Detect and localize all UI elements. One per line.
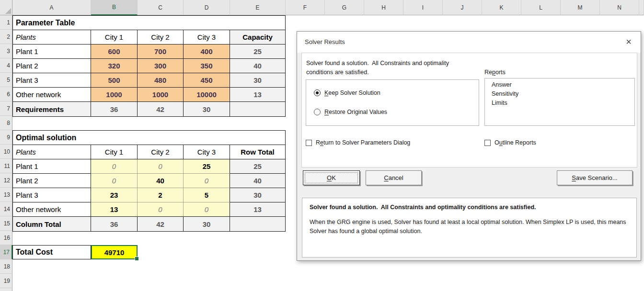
city3-header-cell[interactable]: City 3: [184, 30, 230, 45]
row-header-partial[interactable]: [0, 288, 12, 291]
column-total-cell[interactable]: 30: [184, 217, 230, 231]
column-header-n[interactable]: N: [600, 0, 639, 15]
solution-cell[interactable]: 0: [184, 174, 230, 188]
capacity-cell[interactable]: 30: [230, 73, 285, 88]
capacity-cell[interactable]: 13: [230, 88, 285, 102]
cost-cell[interactable]: 320: [91, 59, 138, 73]
reports-listbox[interactable]: Answer Sensitivity Limits: [484, 78, 635, 126]
checkbox-unchecked-icon[interactable]: [306, 140, 312, 146]
row-header-4[interactable]: 4: [0, 58, 12, 73]
parameter-table-title-cell[interactable]: Parameter Table: [13, 16, 285, 30]
capacity-header-cell[interactable]: Capacity: [230, 30, 285, 45]
cost-cell[interactable]: 1000: [91, 88, 138, 102]
solution-cell[interactable]: 40: [138, 174, 184, 188]
requirements-label-cell[interactable]: Requirements: [13, 102, 91, 116]
column-header-m[interactable]: M: [561, 0, 600, 15]
outline-reports-checkbox[interactable]: Outline Reports: [484, 139, 536, 146]
solution-cell[interactable]: 0: [138, 159, 184, 174]
row-header-15[interactable]: 15: [0, 216, 12, 231]
select-all-button[interactable]: [0, 0, 12, 15]
city2-header-cell[interactable]: City 2: [138, 30, 184, 45]
capacity-cell[interactable]: 25: [230, 45, 285, 59]
row-header-5[interactable]: 5: [0, 73, 12, 87]
row-header-14[interactable]: 14: [0, 202, 12, 216]
row-header-7[interactable]: 7: [0, 101, 12, 116]
solution-cell[interactable]: 0: [138, 202, 184, 217]
column-header-g[interactable]: G: [325, 0, 364, 15]
ok-button[interactable]: OK: [303, 170, 360, 185]
fill-handle[interactable]: [135, 257, 139, 261]
empty-cell[interactable]: [230, 217, 285, 231]
row-header-10[interactable]: 10: [0, 145, 12, 159]
row-header-8[interactable]: 8: [0, 116, 12, 130]
row-label-cell[interactable]: Plant 2: [13, 174, 91, 188]
row-header-17[interactable]: 17: [0, 245, 12, 259]
solution-cell[interactable]: 5: [184, 188, 230, 202]
row-label-cell[interactable]: Plant 3: [13, 73, 91, 88]
cost-cell[interactable]: 500: [91, 73, 138, 88]
requirement-cell[interactable]: 42: [138, 102, 184, 116]
capacity-cell[interactable]: 40: [230, 59, 285, 73]
city3-header-cell[interactable]: City 3: [184, 145, 230, 159]
save-scenario-button[interactable]: Save Scenario...: [557, 170, 632, 185]
optimal-table-title-cell[interactable]: Optimal solution: [13, 131, 285, 145]
row-header-6[interactable]: 6: [0, 87, 12, 101]
city1-header-cell[interactable]: City 1: [91, 30, 138, 45]
column-header-partial[interactable]: [639, 0, 644, 15]
row-total-cell[interactable]: 40: [230, 174, 285, 188]
row-label-cell[interactable]: Plant 1: [13, 159, 91, 174]
cost-cell[interactable]: 400: [184, 45, 230, 59]
restore-original-values-option[interactable]: Restore Original Values: [314, 109, 387, 115]
column-header-i[interactable]: I: [403, 0, 443, 15]
total-cost-cell[interactable]: 49710: [91, 245, 138, 259]
column-header-a[interactable]: A: [12, 0, 91, 15]
column-total-label-cell[interactable]: Column Total: [13, 217, 91, 231]
row-label-cell[interactable]: Other network: [13, 202, 91, 217]
row-header-12[interactable]: 12: [0, 173, 12, 188]
column-total-cell[interactable]: 42: [138, 217, 184, 231]
cost-cell[interactable]: 450: [184, 73, 230, 88]
row-header-9[interactable]: 9: [0, 130, 12, 145]
row-label-cell[interactable]: Plant 1: [13, 45, 91, 59]
return-to-solver-dialog-checkbox[interactable]: Return to Solver Parameters Dialog: [306, 139, 410, 146]
solution-cell[interactable]: 25: [184, 159, 230, 174]
solution-cell[interactable]: 23: [91, 188, 138, 202]
column-header-k[interactable]: K: [482, 0, 521, 15]
row-total-cell[interactable]: 13: [230, 202, 285, 217]
row-label-cell[interactable]: Plant 3: [13, 188, 91, 202]
cancel-button[interactable]: Cancel: [366, 170, 422, 185]
row-header-18[interactable]: 18: [0, 259, 12, 274]
keep-solver-solution-option[interactable]: Keep Solver Solution: [314, 90, 380, 96]
column-header-f[interactable]: F: [286, 0, 325, 15]
column-header-b[interactable]: B: [91, 0, 138, 15]
column-header-c[interactable]: C: [138, 0, 184, 15]
row-header-19[interactable]: 19: [0, 274, 12, 288]
close-icon[interactable]: ×: [622, 35, 635, 48]
total-cost-label-cell[interactable]: Total Cost: [12, 245, 91, 259]
solution-cell[interactable]: 13: [91, 202, 138, 217]
cost-cell[interactable]: 10000: [184, 88, 230, 102]
solution-cell[interactable]: 0: [91, 159, 138, 174]
column-header-h[interactable]: H: [364, 0, 403, 15]
row-label-cell[interactable]: Other network: [13, 88, 91, 102]
cost-cell[interactable]: 300: [138, 59, 184, 73]
row-header-13[interactable]: 13: [0, 188, 12, 202]
city1-header-cell[interactable]: City 1: [91, 145, 138, 159]
dialog-titlebar[interactable]: Solver Results ×: [297, 32, 641, 53]
plants-header-cell[interactable]: Plants: [13, 145, 91, 159]
report-item-answer[interactable]: Answer: [485, 80, 634, 90]
cost-cell[interactable]: 600: [91, 45, 138, 59]
row-header-16[interactable]: 16: [0, 231, 12, 245]
radio-unselected-icon[interactable]: [314, 109, 321, 115]
column-header-j[interactable]: J: [443, 0, 482, 15]
solution-cell[interactable]: 2: [138, 188, 184, 202]
requirement-cell[interactable]: 36: [91, 102, 138, 116]
plants-header-cell[interactable]: Plants: [13, 30, 91, 45]
column-header-l[interactable]: L: [521, 0, 561, 15]
cost-cell[interactable]: 1000: [138, 88, 184, 102]
solution-cell[interactable]: 0: [184, 202, 230, 217]
city2-header-cell[interactable]: City 2: [138, 145, 184, 159]
checkbox-unchecked-icon[interactable]: [484, 140, 491, 146]
radio-selected-icon[interactable]: [314, 90, 321, 96]
row-header-1[interactable]: 1: [0, 15, 12, 30]
